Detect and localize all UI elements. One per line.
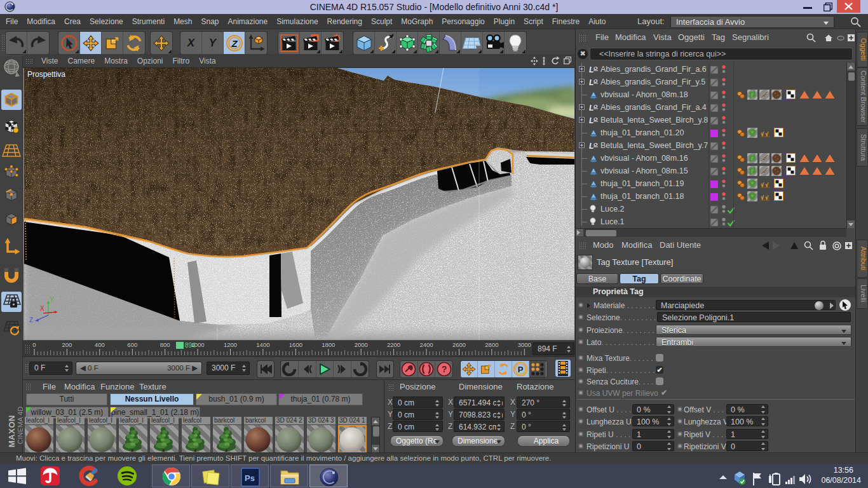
svg-text:Y: Y (50, 296, 54, 303)
svg-text:200: 200 (62, 341, 72, 348)
svg-text:2400: 2400 (419, 341, 433, 348)
svg-text:400: 400 (95, 341, 105, 348)
svg-text:Prospettiva: Prospettiva (27, 70, 65, 79)
svg-text:600: 600 (127, 341, 137, 348)
svg-text:Z: Z (231, 37, 238, 48)
svg-text:2000: 2000 (355, 341, 368, 348)
svg-text:1200: 1200 (224, 341, 237, 348)
svg-text:1600: 1600 (289, 341, 302, 348)
svg-text:800: 800 (160, 341, 170, 348)
svg-text:3000: 3000 (518, 341, 531, 348)
svg-text:894: 894 (185, 342, 196, 349)
svg-text:Ps: Ps (245, 473, 255, 483)
svg-text:Z: Z (29, 316, 33, 323)
svg-text:?: ? (441, 364, 447, 374)
svg-text:X: X (40, 305, 44, 312)
svg-text:1400: 1400 (256, 341, 269, 348)
svg-text:2200: 2200 (387, 341, 400, 348)
svg-text:2800: 2800 (485, 341, 498, 348)
svg-text:1800: 1800 (322, 341, 335, 348)
svg-text:P: P (518, 365, 524, 374)
svg-text:0: 0 (32, 341, 36, 348)
svg-text:2600: 2600 (452, 341, 466, 348)
